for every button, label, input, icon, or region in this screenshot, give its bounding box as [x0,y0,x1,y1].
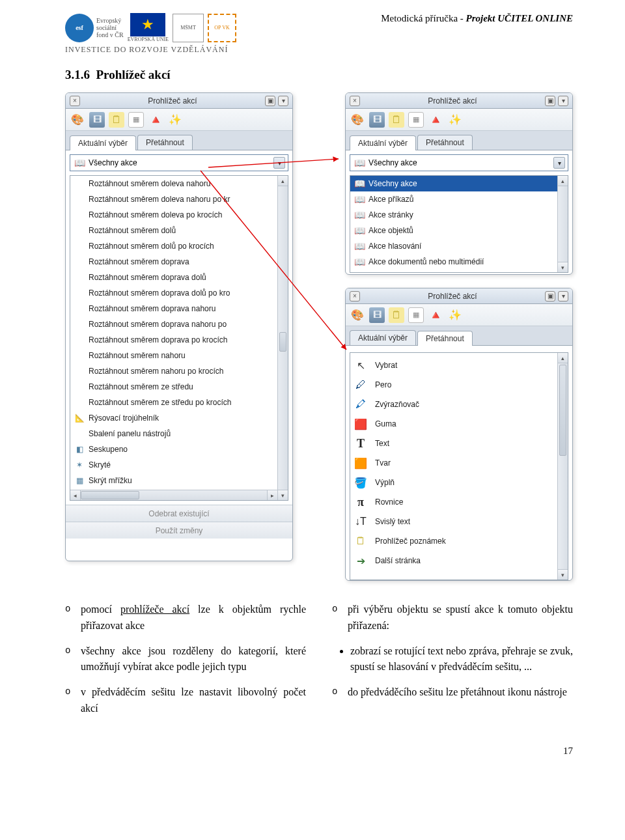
scroll-left-icon[interactable]: ◂ [70,490,81,500]
list-item[interactable]: ➔Další stránka [350,551,557,570]
tab-current-selection[interactable]: Aktuální výběr [350,135,416,150]
tab-current-selection[interactable]: Aktuální výběr [350,330,416,345]
film-icon[interactable]: 🎞 [369,307,385,323]
list-item[interactable]: Roztáhnout směrem doprava dolů po kro [70,285,277,301]
list-item[interactable]: ▦Skrýt mřížku [70,473,277,488]
list-item[interactable]: TText [350,434,557,453]
list-item[interactable]: 🖍Zvýrazňovač [350,395,557,414]
palette-icon[interactable]: 🎨 [350,307,365,323]
pen-icon: 🖊 [353,378,368,391]
scroll-up-icon[interactable]: ▴ [558,176,568,186]
list-item[interactable]: Roztáhnout směrem dolů po krocích [70,238,277,254]
scroll-down-icon[interactable]: ▾ [558,262,568,272]
scroll-down-icon[interactable]: ▾ [278,490,288,500]
grid-icon[interactable]: ▦ [408,307,424,323]
palette-icon[interactable]: 🎨 [70,112,85,128]
list-item[interactable]: Sbalení panelu nástrojů [70,426,277,441]
list-item[interactable]: ↖Vybrat [350,356,557,375]
wand-icon[interactable]: ✨ [447,112,463,128]
scroll-thumb[interactable] [279,332,286,352]
list-item[interactable]: Roztáhnout směrem doprava dolů [70,270,277,285]
category-list[interactable]: 📖Všechny akce📖Akce příkazů📖Akce stránky📖… [350,175,568,273]
list-item[interactable]: ✶Skryté [70,457,277,473]
menu-icon[interactable]: ▾ [278,96,288,106]
list-item[interactable]: 📖Akce hlasování [350,238,557,254]
header-logos: esf Evropský sociální fond v ČR ★ EVROPS… [65,13,236,55]
list-item[interactable]: Roztáhnout směrem doprava po krocích [70,332,277,348]
list-item[interactable]: 🖊Pero [350,375,557,395]
tab-current-selection[interactable]: Aktuální výběr [70,135,136,150]
esf-text: Evropský sociální fond v ČR [96,17,124,38]
list-item[interactable]: Roztáhnout směrem dolů [70,223,277,238]
list-item[interactable]: Roztáhnout směrem ze středu [70,379,277,395]
wand-icon[interactable]: ✨ [447,307,463,323]
tab-drag[interactable]: Přetáhnout [417,135,473,150]
list-item-label: Akce dokumentů nebo multimédií [368,257,484,266]
film-icon[interactable]: 🎞 [89,112,105,128]
list-item[interactable]: 🗒Prohlížeč poznámek [350,531,557,551]
grid-icon[interactable]: ▦ [408,112,424,128]
list-item[interactable]: Roztáhnout směrem doprava nahoru [70,301,277,316]
scroll-right-icon[interactable]: ▸ [267,490,277,500]
scrollbar-horizontal[interactable]: ◂ ▸ [70,490,277,500]
apply-changes-button[interactable]: Použít změny [66,522,292,539]
pin-icon[interactable]: ▣ [265,96,275,106]
close-icon[interactable]: × [70,96,80,106]
menu-icon[interactable]: ▾ [558,291,568,301]
sticky-note-icon[interactable]: 🗒 [389,112,404,128]
list-item[interactable]: 📖Akce stránky [350,207,557,223]
palette-icon[interactable]: 🎨 [350,112,365,128]
tab-drag[interactable]: Přetáhnout [417,331,473,346]
scroll-down-icon[interactable]: ▾ [558,569,568,580]
list-item[interactable]: Roztáhnout směrem doprava [70,254,277,270]
scroll-thumb[interactable] [559,365,566,456]
list-item[interactable]: Roztáhnout směrem nahoru [70,348,277,363]
list-item[interactable]: 📖Akce příkazů [350,191,557,207]
list-item[interactable]: 📖Všechny akce [350,176,557,191]
close-icon[interactable]: × [350,291,360,301]
list-item[interactable]: Roztáhnout směrem ze středu po krocích [70,395,277,410]
list-item-label: Svislý text [371,517,410,526]
scrollbar-vertical[interactable]: ▴ ▾ [277,176,288,500]
scroll-up-icon[interactable]: ▴ [558,353,568,363]
wand-icon[interactable]: ✨ [167,112,183,128]
spinning-top-icon[interactable]: 🔺 [428,112,443,128]
scrollbar-vertical[interactable]: ▴ ▾ [557,353,568,580]
list-item[interactable]: 🟥Guma [350,414,557,434]
list-item[interactable]: Roztáhnout směrem doleva po krocích [70,207,277,223]
list-item[interactable]: πRovnice [350,492,557,512]
remove-existing-button[interactable]: Odebrat existující [66,505,292,522]
list-item[interactable]: ↓TSvislý text [350,512,557,531]
grid-icon[interactable]: ▦ [128,112,144,128]
list-item[interactable]: Roztáhnout směrem nahoru po krocích [70,363,277,379]
list-item[interactable]: Roztáhnout směrem doleva nahoru po kr [70,191,277,207]
list-item[interactable]: Roztáhnout směrem doprava nahoru po [70,316,277,332]
list-item[interactable]: 📐Rýsovací trojúhelník [70,410,277,426]
list-item[interactable]: 📖Akce dokumentů nebo multimédií [350,254,557,270]
scroll-thumb-h[interactable] [81,491,139,499]
category-dropdown[interactable]: 📖 Všechny akce ▾ [350,154,568,171]
list-item[interactable]: 🪣Výplň [350,473,557,492]
actions-list[interactable]: Roztáhnout směrem doleva nahoruRoztáhnou… [70,175,288,501]
list-item[interactable]: Roztáhnout směrem doleva nahoru [70,176,277,191]
spinning-top-icon[interactable]: 🔺 [428,307,443,323]
highlighter-icon: 🖍 [353,398,368,411]
chevron-down-icon[interactable]: ▾ [553,157,565,169]
tools-list[interactable]: ↖Vybrat🖊Pero🖍Zvýrazňovač🟥GumaTText🟧Tvar🪣… [350,352,568,580]
category-dropdown[interactable]: 📖 Všechny akce ▾ [70,154,288,171]
chevron-down-icon[interactable]: ▾ [273,157,285,169]
list-item[interactable]: ◧Seskupeno [70,441,277,457]
pin-icon[interactable]: ▣ [545,291,555,301]
sticky-note-icon[interactable]: 🗒 [109,112,124,128]
scroll-up-icon[interactable]: ▴ [278,176,288,186]
spinning-top-icon[interactable]: 🔺 [148,112,163,128]
scrollbar-vertical[interactable]: ▴ ▾ [557,176,568,272]
menu-icon[interactable]: ▾ [558,96,568,106]
film-icon[interactable]: 🎞 [369,112,385,128]
close-icon[interactable]: × [350,96,360,106]
tab-drag[interactable]: Přetáhnout [137,135,193,150]
sticky-note-icon[interactable]: 🗒 [389,307,404,323]
list-item[interactable]: 📖Akce objektů [350,223,557,238]
list-item[interactable]: 🟧Tvar [350,453,557,473]
pin-icon[interactable]: ▣ [545,96,555,106]
